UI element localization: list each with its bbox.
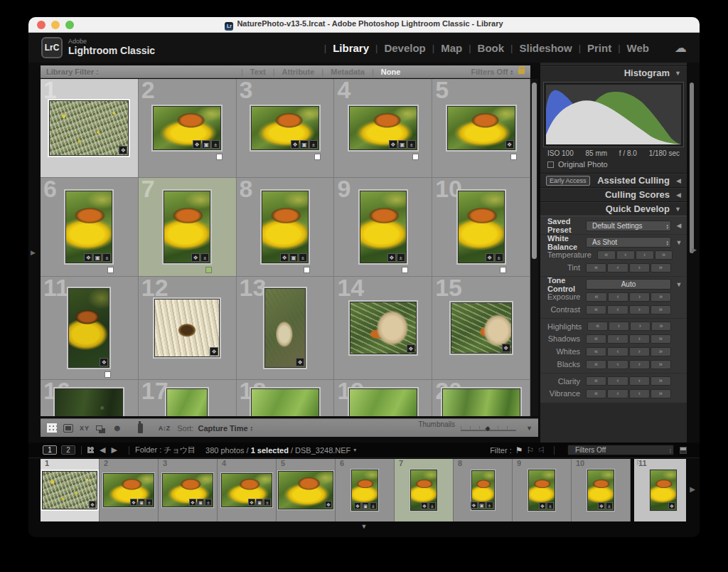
quick-develop-header[interactable]: Quick Develop ▼	[540, 201, 687, 216]
step-small-increase-button[interactable]: ›	[629, 360, 650, 369]
assisted-culling-header[interactable]: Early Access Assisted Culling ◀	[540, 173, 687, 187]
color-label-sticker[interactable]	[500, 267, 506, 273]
filmstrip-source-caret-icon[interactable]: ▾	[353, 447, 356, 453]
keyword-badge-icon[interactable]: ❖	[100, 358, 108, 366]
develop-badge-icon[interactable]: ±	[200, 253, 209, 262]
keyword-badge-icon[interactable]: ❖	[407, 344, 415, 353]
filmstrip-cell[interactable]: 11 ⚐ ❖ ▣ ±	[634, 459, 686, 521]
step-large-increase-button[interactable]: »	[655, 250, 673, 260]
keyword-badge-icon[interactable]: ❖	[130, 499, 137, 506]
keyword-badge-icon[interactable]: ❖	[325, 501, 332, 508]
flag-pick-icon[interactable]: ⚑	[515, 445, 523, 455]
keyword-badge-icon[interactable]: ❖	[89, 501, 96, 508]
grid-cell[interactable]: 10 ❖ ▣ ±	[432, 178, 530, 277]
step-large-decrease-button[interactable]: «	[586, 334, 606, 344]
crop-badge-icon[interactable]: ▣	[93, 253, 102, 262]
photo-thumbnail[interactable]: ❖ ▣ ±	[349, 388, 417, 416]
develop-badge-icon[interactable]: ±	[429, 502, 436, 509]
filmstrip-cell[interactable]: 5 ⚐ ❖ ▣ ±	[277, 459, 336, 521]
develop-badge-icon[interactable]: ±	[370, 502, 377, 509]
compare-view-button[interactable]: XY	[80, 425, 90, 432]
step-small-increase-button[interactable]: ›	[629, 389, 650, 398]
filmstrip-thumbnail[interactable]: ❖ ▣ ±	[650, 470, 677, 511]
color-label-sticker[interactable]	[107, 267, 114, 273]
photo-thumbnail[interactable]: ❖ ▣ ±	[154, 299, 220, 357]
filmstrip-scroll-right-arrow[interactable]: ▶	[690, 485, 695, 493]
develop-badge-icon[interactable]: ±	[606, 502, 613, 509]
keyword-badge-icon[interactable]: ❖	[193, 140, 201, 149]
keyword-badge-icon[interactable]: ❖	[280, 253, 289, 262]
step-small-decrease-button[interactable]: ‹	[607, 376, 628, 386]
module-tab[interactable]: Library	[333, 42, 369, 54]
grid-cell[interactable]: 16 ❖ ▣ ±	[41, 380, 139, 416]
grid-cell[interactable]: 17 ❖ ▣ ±	[139, 380, 237, 416]
sort-value-dropdown[interactable]: Capture Time	[198, 424, 247, 433]
step-small-increase-button[interactable]: ›	[636, 250, 654, 260]
filter-tab[interactable]: Metadata	[331, 68, 365, 76]
step-small-decrease-button[interactable]: ‹	[607, 347, 628, 356]
crop-badge-icon[interactable]: ▣	[362, 502, 369, 509]
loupe-view-button[interactable]	[63, 424, 73, 433]
keyword-badge-icon[interactable]: ❖	[210, 347, 218, 356]
step-small-increase-button[interactable]: ›	[629, 292, 650, 302]
grid-cell[interactable]: 5 ❖ ▣ ±	[432, 79, 530, 178]
crop-badge-icon[interactable]: ▣	[256, 499, 263, 506]
filter-tab[interactable]: Text	[250, 68, 266, 76]
step-small-decrease-button[interactable]: ‹	[607, 334, 628, 344]
photo-thumbnail[interactable]: ❖ ▣ ±	[451, 302, 512, 354]
step-small-decrease-button[interactable]: ‹	[607, 263, 628, 272]
flag-reject-icon[interactable]: ⚐	[537, 445, 545, 455]
keyword-badge-icon[interactable]: ❖	[505, 140, 514, 149]
color-label-sticker[interactable]	[105, 371, 111, 378]
step-large-increase-button[interactable]: »	[651, 292, 671, 302]
people-view-button[interactable]: ☻	[112, 423, 122, 433]
photo-thumbnail[interactable]: ❖ ▣ ±	[447, 106, 515, 150]
step-large-decrease-button[interactable]: «	[586, 292, 606, 302]
tone-control-caret-icon[interactable]: ▼	[671, 281, 687, 288]
cloud-sync-icon[interactable]: ☁	[675, 41, 687, 55]
thumbnail-size-slider[interactable]: ◆	[461, 423, 516, 433]
grid-cell[interactable]: 19 ❖ ▣ ±	[334, 380, 432, 416]
photo-thumbnail[interactable]: ❖ ▣ ±	[442, 388, 520, 416]
filmstrip-thumbnail[interactable]: ❖ ▣ ±	[221, 473, 272, 507]
step-large-increase-button[interactable]: »	[651, 305, 671, 314]
photo-thumbnail[interactable]: ❖ ▣ ±	[349, 106, 417, 150]
crop-badge-icon[interactable]: ▣	[300, 140, 309, 149]
current-folder-label[interactable]: Folder : チョウ目	[135, 445, 196, 455]
color-label-sticker[interactable]	[510, 154, 517, 160]
culling-scores-header[interactable]: Culling Scores ◀	[540, 187, 687, 201]
step-large-decrease-button[interactable]: «	[586, 389, 606, 398]
second-window-button[interactable]: 2	[61, 445, 75, 455]
grid-cell[interactable]: 11 ❖ ▣ ±	[41, 277, 139, 380]
filter-tab[interactable]: None	[381, 68, 401, 76]
step-small-increase-button[interactable]: ›	[629, 305, 650, 314]
filmstrip-cell[interactable]: 3 ⚐ ❖ ▣ ±	[159, 459, 218, 521]
module-tab[interactable]: Develop	[384, 42, 425, 54]
white-balance-caret-icon[interactable]: ▼	[671, 239, 687, 246]
photo-thumbnail[interactable]: ❖ ▣ ±	[68, 288, 109, 368]
slider-thumb[interactable]: ◆	[485, 425, 490, 432]
color-label-sticker[interactable]	[402, 267, 408, 273]
filmstrip-thumbnail[interactable]: ❖ ▣ ±	[42, 471, 97, 509]
grid-cell[interactable]: 9 ❖ ▣ ±	[334, 178, 432, 277]
filters-off-dropdown[interactable]: Filters Off	[471, 68, 508, 76]
module-tab[interactable]: Slideshow	[519, 42, 572, 54]
step-large-decrease-button[interactable]: «	[586, 360, 606, 369]
module-tab[interactable]: Book	[478, 42, 505, 54]
right-panel-collapse-arrow[interactable]: ▶	[692, 246, 697, 253]
step-small-decrease-button[interactable]: ‹	[607, 305, 628, 314]
filmstrip-thumbnail[interactable]: ❖ ▣ ±	[103, 473, 154, 507]
color-label-sticker[interactable]	[304, 267, 310, 273]
filmstrip-thumbnail[interactable]: ❖ ▣ ±	[351, 470, 378, 511]
keyword-badge-icon[interactable]: ❖	[248, 499, 255, 506]
grid-cell[interactable]: 13 ❖ ▣ ±	[237, 277, 335, 380]
crop-badge-icon[interactable]: ▣	[197, 499, 204, 506]
step-small-increase-button[interactable]: ›	[630, 322, 651, 331]
filmstrip-cell[interactable]: 8 ⚐ ❖ ▣ ±	[454, 459, 513, 521]
color-label-sticker[interactable]	[216, 154, 223, 160]
photo-thumbnail[interactable]: ❖ ▣ ±	[251, 106, 319, 150]
photo-thumbnail[interactable]: ❖ ▣ ±	[251, 388, 319, 416]
keyword-badge-icon[interactable]: ❖	[119, 146, 127, 154]
step-large-decrease-button[interactable]: «	[586, 305, 606, 314]
develop-badge-icon[interactable]: ±	[547, 502, 554, 509]
